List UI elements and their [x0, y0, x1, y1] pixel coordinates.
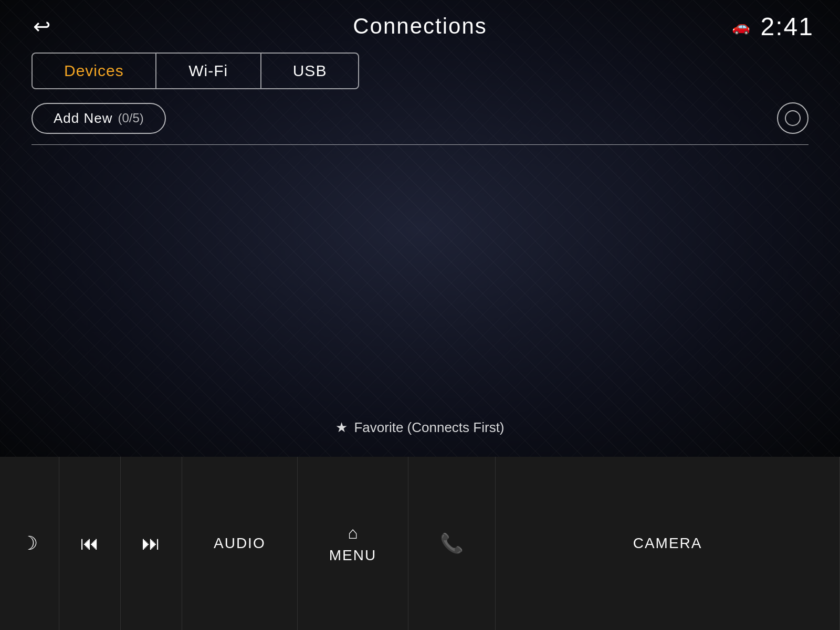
settings-icon — [785, 110, 801, 126]
camera-label: CAMERA — [633, 535, 702, 552]
skip-forward-button[interactable]: ⏭ — [121, 457, 182, 630]
clock-display: 2:41 — [761, 12, 814, 41]
add-new-label: Add New — [54, 110, 113, 127]
header-right: 🚗 2:41 — [732, 12, 814, 41]
settings-button[interactable] — [777, 102, 808, 134]
physical-button-bar: ☽ ⏮ ⏭ AUDIO ⌂ MENU 📞 CAMERA — [0, 457, 840, 630]
device-count: (0/5) — [118, 111, 144, 125]
skip-forward-icon: ⏭ — [142, 532, 161, 554]
infotainment-screen: ↩ Connections 🚗 2:41 Devices Wi-Fi USB A… — [0, 0, 840, 457]
tab-usb[interactable]: USB — [261, 54, 359, 88]
phone-icon: 📞 — [440, 532, 464, 554]
skip-back-icon: ⏮ — [80, 532, 99, 554]
menu-label: MENU — [329, 547, 376, 564]
header-bar: ↩ Connections 🚗 2:41 — [0, 0, 840, 52]
signal-icon: 🚗 — [732, 18, 750, 35]
star-icon: ★ — [335, 419, 348, 436]
sub-header: Add New (0/5) — [0, 89, 840, 134]
home-icon: ⌂ — [348, 523, 358, 543]
tab-wifi[interactable]: Wi-Fi — [156, 54, 261, 88]
skip-back-button[interactable]: ⏮ — [59, 457, 121, 630]
camera-button[interactable]: CAMERA — [496, 457, 840, 630]
back-icon: ↩ — [33, 16, 51, 37]
favorite-hint: ★ Favorite (Connects First) — [335, 419, 504, 436]
moon-icon: ☽ — [21, 532, 38, 554]
moon-button[interactable]: ☽ — [0, 457, 59, 630]
audio-label: AUDIO — [214, 535, 266, 552]
tab-group: Devices Wi-Fi USB — [32, 52, 359, 89]
content-area: ★ Favorite (Connects First) — [0, 145, 840, 457]
favorite-text: Favorite (Connects First) — [354, 419, 504, 436]
menu-button[interactable]: ⌂ MENU — [298, 457, 408, 630]
audio-button[interactable]: AUDIO — [182, 457, 298, 630]
back-button[interactable]: ↩ — [26, 10, 58, 42]
tab-bar: Devices Wi-Fi USB — [0, 52, 840, 89]
phone-button[interactable]: 📞 — [408, 457, 496, 630]
tab-devices[interactable]: Devices — [33, 54, 156, 88]
add-new-button[interactable]: Add New (0/5) — [32, 103, 166, 134]
page-title: Connections — [353, 14, 487, 39]
